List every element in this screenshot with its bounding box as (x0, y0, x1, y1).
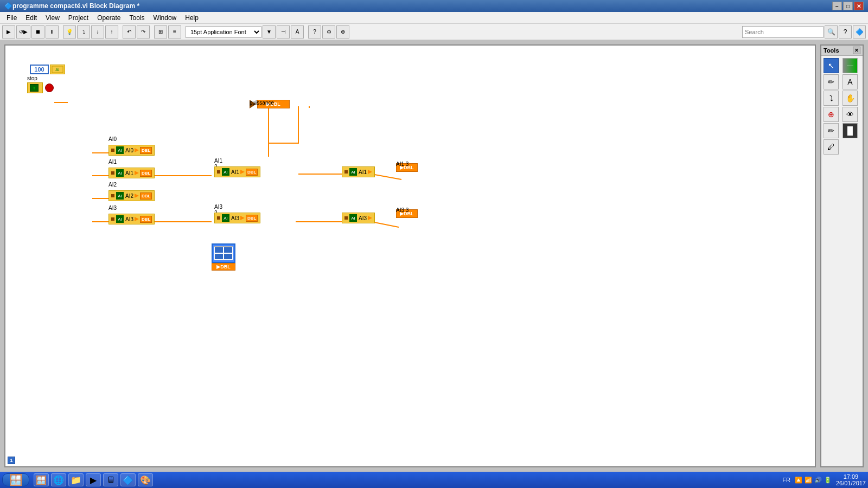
undo-button[interactable]: ↶ (123, 25, 136, 38)
ai0-vi-block[interactable]: AI AI0 DBL (108, 145, 155, 156)
menu-file[interactable]: File (2, 13, 21, 23)
ai3-2-vi-block[interactable]: AI AI3 DBL (214, 213, 260, 223)
tool-text[interactable]: A (843, 74, 858, 89)
close-button[interactable]: ✕ (854, 2, 864, 10)
ai3-vi-block[interactable]: AI AI3 DBL (108, 214, 155, 224)
tool-run-indicator[interactable]: ── (843, 58, 858, 73)
redo-button[interactable]: ↷ (137, 25, 150, 38)
run-continuously-button[interactable]: ↺▶ (16, 25, 30, 38)
step-over-button[interactable]: ⤵ (77, 25, 90, 38)
ai1-2-arrow (240, 170, 245, 174)
menu-edit[interactable]: Edit (21, 13, 41, 23)
sys-icons: 🔼 📶 🔊 🔋 (795, 477, 832, 484)
tool-wire[interactable]: ⤵ (824, 91, 839, 106)
highlight-execution-button[interactable]: 💡 (63, 25, 76, 38)
taskbar-app-cmd[interactable]: 🖥 (103, 473, 118, 486)
clock: 17:09 26/01/2017 (836, 473, 866, 486)
puissance-label: puissance (250, 100, 274, 106)
tool-hand[interactable]: ✋ (843, 91, 858, 106)
tools-close-button[interactable]: ✕ (853, 47, 860, 54)
batterie-block[interactable]: Batterie ▶DBL (212, 243, 235, 271)
ai3-name: AI3 (125, 216, 133, 222)
taskbar-app-paint[interactable]: 🎨 (138, 473, 153, 486)
ai1-mid-vi-block[interactable]: AI AI1 (342, 166, 375, 177)
ai3-left-port (111, 217, 114, 221)
ai3-label: AI3 (108, 205, 117, 211)
title-bar: 🔷 programme compacté.vi Block Diagram * … (0, 0, 868, 12)
ai3-2-name: AI3 (231, 215, 239, 221)
tool-edit[interactable]: ✏ (824, 74, 839, 89)
window-controls: − □ ✕ (832, 2, 864, 10)
font-size-down[interactable]: ▼ (263, 25, 276, 38)
maximize-button[interactable]: □ (843, 2, 853, 10)
run-button[interactable]: ▶ (2, 25, 15, 38)
ai1-vi-block[interactable]: AI AI1 DBL (108, 168, 155, 178)
taskbar-app-ie[interactable]: 🌐 (51, 473, 66, 486)
numeric-control[interactable]: 100 AI (30, 65, 65, 74)
start-button[interactable]: 🪟 (2, 473, 29, 486)
ai1-2-vi-block[interactable]: AI AI1 DBL (214, 166, 260, 177)
stop-button[interactable] (45, 84, 54, 92)
batterie-dbl: ▶DBL (212, 263, 235, 271)
ai0-label: AI0 (108, 136, 117, 142)
ai1-left-port (111, 171, 114, 175)
menu-tools[interactable]: Tools (125, 13, 149, 23)
svg-line-4 (372, 174, 401, 179)
abort-button[interactable]: ⏹ (31, 25, 44, 38)
window-title: programme compacté.vi Block Diagram * (12, 2, 832, 10)
canvas-area[interactable]: 100 AI stop T AI0 (4, 44, 816, 467)
clock-date: 26/01/2017 (836, 480, 866, 486)
extra-button[interactable]: ⊕ (336, 25, 349, 38)
tools-panel: Tools ✕ ↖ ── ✏ A ⤵ ✋ ⊕ 👁 ✏ █ 🖊 (820, 44, 864, 467)
help-button[interactable]: ? (839, 25, 852, 38)
tool-probe[interactable]: 👁 (843, 107, 858, 122)
ai3-2-dbl: DBL (246, 215, 258, 222)
context-help-button[interactable]: ? (308, 25, 321, 38)
step-into-button[interactable]: ↓ (91, 25, 104, 38)
numeric-icon: AI (50, 65, 65, 74)
tool-color-copy[interactable]: ✏ (824, 123, 839, 138)
menu-help[interactable]: Help (181, 13, 203, 23)
text-settings-button[interactable]: A (291, 25, 304, 38)
ai2-name: AI2 (125, 193, 133, 199)
tool-pen[interactable]: 🖊 (824, 139, 839, 155)
batterie-icon (212, 243, 235, 263)
taskbar-app-media[interactable]: ▶ (86, 473, 101, 486)
search-input[interactable] (742, 26, 824, 38)
tool-breakpoint[interactable]: ⊕ (824, 107, 839, 122)
taskbar-app-explorer[interactable]: 📁 (68, 473, 84, 486)
tool-fg-color[interactable]: █ (843, 123, 858, 138)
menu-window[interactable]: Window (149, 13, 181, 23)
ai1-2-icon: AI (222, 168, 229, 176)
ai3-2-arrow (240, 216, 245, 220)
stop-block[interactable]: T (27, 82, 43, 93)
sys-icon-network: 📶 (805, 477, 812, 484)
more-options-button[interactable]: ⚙ (322, 25, 335, 38)
search-icon-button[interactable]: 🔍 (825, 25, 838, 38)
minimize-button[interactable]: − (832, 2, 842, 10)
align-objects-button[interactable]: ≡ (168, 25, 181, 38)
numeric-value[interactable]: 100 (30, 65, 49, 74)
tool-cursor[interactable]: ↖ (824, 58, 839, 73)
taskbar: 🪟 🪟 🌐 📁 ▶ 🖥 🔷 🎨 FR 🔼 📶 🔊 🔋 17:09 26/01/2… (0, 472, 868, 488)
pause-button[interactable]: ⏸ (46, 25, 59, 38)
align-left-button[interactable]: ⊣ (277, 25, 290, 38)
tools-grid: ↖ ── ✏ A ⤵ ✋ ⊕ 👁 ✏ █ 🖊 (821, 56, 863, 157)
step-out-button[interactable]: ↑ (105, 25, 118, 38)
ai3-arrow (135, 217, 139, 221)
ai2-vi-block[interactable]: AI AI2 DBL (108, 190, 155, 201)
wire-layer (5, 46, 815, 466)
ai3-3-label: AI3 3 (396, 207, 409, 213)
ai3-mid-vi-block[interactable]: AI AI3 (342, 213, 375, 223)
clean-up-diagram-button[interactable]: ⊞ (154, 25, 167, 38)
ai1-2-dbl: DBL (246, 169, 258, 176)
menu-project[interactable]: Project (64, 13, 93, 23)
menu-view[interactable]: View (41, 13, 64, 23)
taskbar-app-labview[interactable]: 🔷 (120, 473, 136, 486)
ai1-mid-arrow (368, 170, 372, 174)
ai3-3-area: AI3 3 ▶DBL (396, 207, 418, 218)
taskbar-app-windows[interactable]: 🪟 (34, 473, 49, 486)
menu-operate[interactable]: Operate (93, 13, 125, 23)
font-selector[interactable]: 15pt Application Font (186, 26, 261, 38)
ai1-dbl: DBL (140, 170, 152, 177)
